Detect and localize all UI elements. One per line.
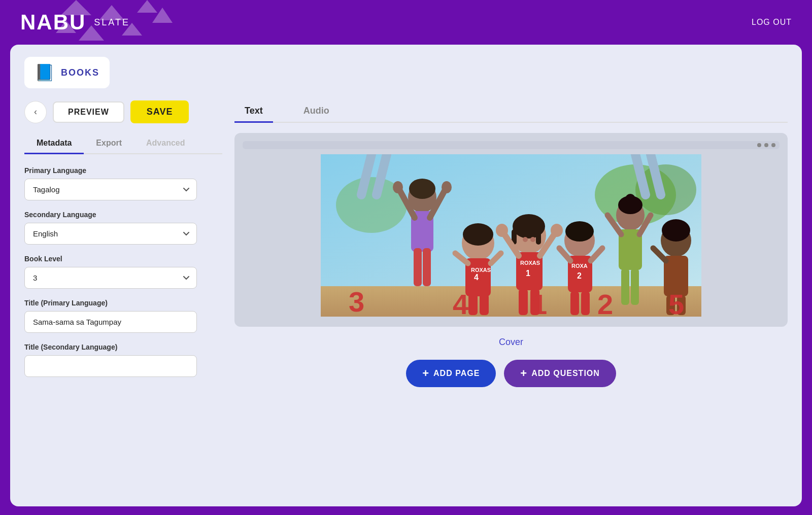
- svg-point-40: [530, 237, 535, 242]
- books-nav[interactable]: 📘 BOOKS: [24, 57, 110, 88]
- book-level-select[interactable]: 1 2 3 4 5: [24, 267, 197, 289]
- books-label: BOOKS: [61, 67, 99, 78]
- svg-rect-11: [321, 286, 701, 317]
- browser-dots: [757, 143, 775, 147]
- svg-rect-57: [570, 291, 579, 315]
- content-layout: ‹ PREVIEW SAVE Metadata Export Advanced …: [24, 100, 788, 387]
- svg-rect-24: [423, 248, 431, 286]
- secondary-language-field: Secondary Language English Tagalog Filip…: [24, 211, 222, 245]
- primary-language-label: Primary Language: [24, 166, 222, 175]
- title-primary-field: Title (Primary Language): [24, 299, 222, 333]
- dot-1: [757, 143, 761, 147]
- browser-bar: [243, 141, 780, 149]
- svg-text:3: 3: [349, 286, 364, 317]
- svg-text:1: 1: [526, 269, 530, 278]
- svg-marker-2: [137, 0, 157, 13]
- add-question-button[interactable]: + ADD QUESTION: [504, 360, 616, 387]
- save-button[interactable]: SAVE: [130, 100, 189, 123]
- dot-2: [764, 143, 768, 147]
- logo-nabu: NABU: [20, 10, 86, 35]
- add-question-label: ADD QUESTION: [531, 369, 600, 378]
- svg-point-47: [551, 224, 563, 237]
- tab-text[interactable]: Text: [234, 100, 273, 123]
- svg-rect-48: [519, 289, 528, 315]
- svg-rect-66: [631, 268, 639, 305]
- secondary-language-wrapper: English Tagalog Filipino: [24, 223, 197, 245]
- svg-point-21: [393, 181, 403, 193]
- left-panel: ‹ PREVIEW SAVE Metadata Export Advanced …: [24, 100, 222, 387]
- add-page-icon: +: [422, 367, 429, 380]
- tab-export[interactable]: Export: [84, 133, 134, 154]
- add-page-label: ADD PAGE: [433, 369, 480, 378]
- svg-text:1: 1: [531, 288, 547, 317]
- books-icon: 📘: [35, 63, 55, 82]
- bottom-buttons: + ADD PAGE + ADD QUESTION: [234, 360, 788, 387]
- secondary-language-label: Secondary Language: [24, 211, 222, 219]
- dot-3: [771, 143, 775, 147]
- title-secondary-field: Title (Secondary Language): [24, 343, 222, 377]
- title-primary-input[interactable]: [24, 311, 197, 333]
- svg-text:4: 4: [453, 288, 468, 317]
- svg-rect-65: [621, 268, 629, 305]
- title-primary-label: Title (Primary Language): [24, 299, 222, 307]
- primary-language-select[interactable]: Tagalog English Filipino: [24, 179, 197, 200]
- cover-label: Cover: [234, 337, 788, 348]
- svg-text:ROXA: ROXA: [571, 263, 588, 269]
- primary-language-field: Primary Language Tagalog English Filipin…: [24, 166, 222, 200]
- svg-rect-33: [468, 294, 478, 315]
- svg-text:ROXAS: ROXAS: [471, 267, 491, 273]
- svg-point-17: [409, 179, 435, 199]
- app-header: NABU SLATE LOG OUT: [0, 0, 812, 45]
- tab-audio[interactable]: Audio: [293, 100, 340, 123]
- add-question-icon: +: [520, 367, 527, 380]
- primary-language-wrapper: Tagalog English Filipino: [24, 179, 197, 200]
- book-level-field: Book Level 1 2 3 4 5: [24, 255, 222, 289]
- book-preview-container: ROXAS 4 4: [234, 133, 788, 327]
- book-level-wrapper: 1 2 3 4 5: [24, 267, 197, 289]
- svg-text:4: 4: [474, 273, 479, 282]
- svg-text:2: 2: [597, 288, 613, 317]
- back-icon: ‹: [34, 107, 37, 117]
- svg-rect-23: [414, 248, 422, 286]
- book-cover-image: ROXAS 4 4: [243, 154, 780, 317]
- svg-rect-34: [480, 294, 489, 315]
- svg-point-51: [565, 221, 594, 242]
- svg-point-26: [463, 223, 493, 246]
- content-tabs: Text Audio: [234, 100, 788, 123]
- title-secondary-input[interactable]: [24, 355, 197, 377]
- svg-point-39: [523, 237, 528, 242]
- svg-marker-5: [152, 8, 173, 23]
- svg-rect-38: [536, 229, 541, 245]
- title-secondary-label: Title (Secondary Language): [24, 343, 222, 351]
- tab-advanced[interactable]: Advanced: [134, 133, 197, 154]
- back-button[interactable]: ‹: [24, 101, 47, 123]
- add-page-button[interactable]: + ADD PAGE: [406, 360, 496, 387]
- preview-button[interactable]: PREVIEW: [53, 101, 124, 123]
- svg-rect-58: [581, 291, 590, 315]
- svg-point-22: [442, 181, 452, 193]
- logo-container: NABU SLATE: [20, 10, 130, 35]
- svg-text:ROXAS: ROXAS: [520, 260, 540, 266]
- logout-button[interactable]: LOG OUT: [752, 18, 792, 27]
- svg-point-46: [496, 224, 508, 237]
- svg-point-68: [662, 219, 690, 242]
- metadata-tabs: Metadata Export Advanced: [24, 133, 222, 154]
- logo-slate: SLATE: [94, 17, 130, 28]
- book-level-label: Book Level: [24, 255, 222, 263]
- secondary-language-select[interactable]: English Tagalog Filipino: [24, 223, 197, 245]
- main-content: 📘 BOOKS ‹ PREVIEW SAVE Metadata Export A…: [10, 45, 802, 506]
- right-panel: Text Audio: [234, 100, 788, 387]
- svg-text:5: 5: [668, 288, 684, 317]
- svg-point-61: [625, 194, 635, 204]
- svg-text:2: 2: [577, 271, 582, 280]
- tab-metadata[interactable]: Metadata: [24, 133, 84, 154]
- action-bar: ‹ PREVIEW SAVE: [24, 100, 222, 123]
